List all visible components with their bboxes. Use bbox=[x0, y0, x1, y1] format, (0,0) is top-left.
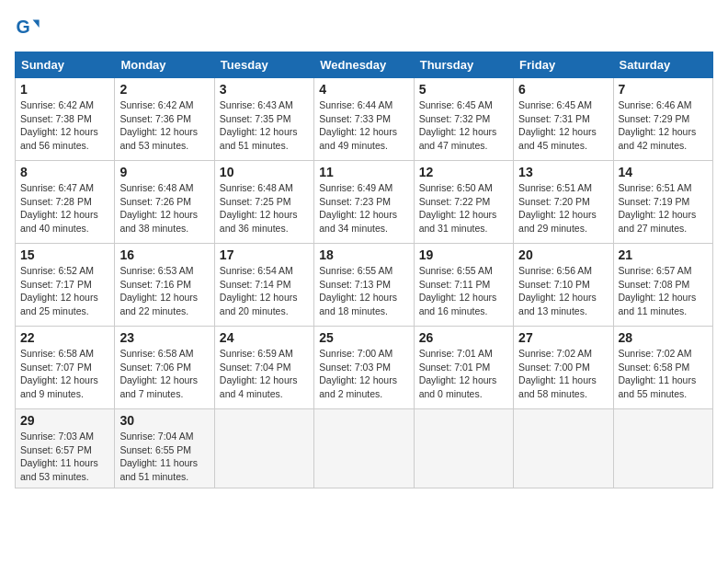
weekday-header-wednesday: Wednesday bbox=[314, 52, 414, 78]
day-info: Sunrise: 7:03 AM Sunset: 6:57 PM Dayligh… bbox=[20, 430, 109, 484]
calendar-cell: 3 Sunrise: 6:43 AM Sunset: 7:35 PM Dayli… bbox=[214, 78, 313, 161]
day-info: Sunrise: 7:00 AM Sunset: 7:03 PM Dayligh… bbox=[319, 347, 408, 401]
day-info: Sunrise: 6:55 AM Sunset: 7:11 PM Dayligh… bbox=[419, 264, 508, 318]
day-info: Sunrise: 7:04 AM Sunset: 6:55 PM Dayligh… bbox=[119, 430, 209, 484]
calendar-cell: 18 Sunrise: 6:55 AM Sunset: 7:13 PM Dayl… bbox=[314, 244, 414, 327]
week-row-2: 8 Sunrise: 6:47 AM Sunset: 7:28 PM Dayli… bbox=[16, 161, 713, 244]
day-number: 9 bbox=[119, 165, 209, 179]
calendar-cell: 9 Sunrise: 6:48 AM Sunset: 7:26 PM Dayli… bbox=[115, 161, 214, 244]
calendar-cell: 11 Sunrise: 6:49 AM Sunset: 7:23 PM Dayl… bbox=[314, 161, 414, 244]
day-number: 4 bbox=[319, 82, 408, 97]
day-number: 3 bbox=[220, 82, 309, 97]
day-number: 30 bbox=[119, 413, 209, 428]
day-number: 2 bbox=[119, 82, 209, 97]
day-number: 13 bbox=[518, 165, 608, 179]
day-number: 7 bbox=[619, 82, 708, 97]
day-info: Sunrise: 6:53 AM Sunset: 7:16 PM Dayligh… bbox=[119, 264, 209, 318]
calendar-cell: 24 Sunrise: 6:59 AM Sunset: 7:04 PM Dayl… bbox=[214, 327, 313, 409]
day-number: 16 bbox=[119, 247, 209, 262]
day-number: 18 bbox=[319, 247, 408, 262]
calendar-cell: 1 Sunrise: 6:42 AM Sunset: 7:38 PM Dayli… bbox=[16, 78, 115, 161]
calendar-cell bbox=[414, 409, 513, 488]
day-info: Sunrise: 6:51 AM Sunset: 7:20 PM Dayligh… bbox=[518, 181, 608, 236]
calendar-cell: 21 Sunrise: 6:57 AM Sunset: 7:08 PM Dayl… bbox=[613, 244, 712, 327]
week-row-5: 29 Sunrise: 7:03 AM Sunset: 6:57 PM Dayl… bbox=[16, 409, 713, 488]
calendar-cell bbox=[214, 409, 313, 488]
day-number: 12 bbox=[419, 165, 508, 179]
day-number: 26 bbox=[419, 330, 508, 345]
calendar-cell bbox=[613, 409, 712, 488]
calendar-cell: 6 Sunrise: 6:45 AM Sunset: 7:31 PM Dayli… bbox=[514, 78, 613, 161]
day-info: Sunrise: 6:49 AM Sunset: 7:23 PM Dayligh… bbox=[319, 181, 408, 236]
calendar-cell: 7 Sunrise: 6:46 AM Sunset: 7:29 PM Dayli… bbox=[613, 78, 712, 161]
day-info: Sunrise: 6:57 AM Sunset: 7:08 PM Dayligh… bbox=[619, 264, 708, 318]
day-number: 21 bbox=[619, 247, 708, 262]
day-info: Sunrise: 6:58 AM Sunset: 7:06 PM Dayligh… bbox=[119, 347, 209, 401]
calendar-cell: 15 Sunrise: 6:52 AM Sunset: 7:17 PM Dayl… bbox=[16, 244, 115, 327]
calendar-cell: 27 Sunrise: 7:02 AM Sunset: 7:00 PM Dayl… bbox=[514, 327, 613, 409]
day-number: 1 bbox=[20, 82, 109, 97]
weekday-header-monday: Monday bbox=[115, 52, 214, 78]
day-info: Sunrise: 6:50 AM Sunset: 7:22 PM Dayligh… bbox=[419, 181, 508, 236]
day-info: Sunrise: 6:43 AM Sunset: 7:35 PM Dayligh… bbox=[220, 98, 309, 153]
day-number: 22 bbox=[20, 330, 109, 345]
logo-icon: G bbox=[15, 15, 40, 40]
weekday-header-saturday: Saturday bbox=[613, 52, 712, 78]
calendar-cell: 4 Sunrise: 6:44 AM Sunset: 7:33 PM Dayli… bbox=[314, 78, 414, 161]
calendar-cell: 22 Sunrise: 6:58 AM Sunset: 7:07 PM Dayl… bbox=[16, 327, 115, 409]
day-info: Sunrise: 7:02 AM Sunset: 7:00 PM Dayligh… bbox=[518, 347, 608, 401]
day-number: 25 bbox=[319, 330, 408, 345]
day-info: Sunrise: 6:48 AM Sunset: 7:25 PM Dayligh… bbox=[220, 181, 309, 236]
day-info: Sunrise: 6:42 AM Sunset: 7:38 PM Dayligh… bbox=[20, 98, 109, 153]
calendar-cell: 10 Sunrise: 6:48 AM Sunset: 7:25 PM Dayl… bbox=[214, 161, 313, 244]
calendar-cell: 19 Sunrise: 6:55 AM Sunset: 7:11 PM Dayl… bbox=[414, 244, 513, 327]
week-row-4: 22 Sunrise: 6:58 AM Sunset: 7:07 PM Dayl… bbox=[16, 327, 713, 409]
calendar-cell: 25 Sunrise: 7:00 AM Sunset: 7:03 PM Dayl… bbox=[314, 327, 414, 409]
day-info: Sunrise: 6:51 AM Sunset: 7:19 PM Dayligh… bbox=[619, 181, 708, 236]
calendar-cell: 8 Sunrise: 6:47 AM Sunset: 7:28 PM Dayli… bbox=[16, 161, 115, 244]
day-number: 10 bbox=[220, 165, 309, 179]
calendar-cell: 17 Sunrise: 6:54 AM Sunset: 7:14 PM Dayl… bbox=[214, 244, 313, 327]
day-number: 29 bbox=[20, 413, 109, 428]
calendar-cell: 23 Sunrise: 6:58 AM Sunset: 7:06 PM Dayl… bbox=[115, 327, 214, 409]
day-number: 23 bbox=[119, 330, 209, 345]
calendar-cell: 16 Sunrise: 6:53 AM Sunset: 7:16 PM Dayl… bbox=[115, 244, 214, 327]
calendar-cell: 30 Sunrise: 7:04 AM Sunset: 6:55 PM Dayl… bbox=[115, 409, 214, 488]
day-number: 15 bbox=[20, 247, 109, 262]
day-number: 14 bbox=[619, 165, 708, 179]
weekday-header-friday: Friday bbox=[514, 52, 613, 78]
calendar-cell: 14 Sunrise: 6:51 AM Sunset: 7:19 PM Dayl… bbox=[613, 161, 712, 244]
day-number: 24 bbox=[220, 330, 309, 345]
weekday-header-thursday: Thursday bbox=[414, 52, 513, 78]
day-number: 17 bbox=[220, 247, 309, 262]
logo: G bbox=[15, 15, 44, 40]
calendar-cell: 2 Sunrise: 6:42 AM Sunset: 7:36 PM Dayli… bbox=[115, 78, 214, 161]
calendar-cell bbox=[314, 409, 414, 488]
day-info: Sunrise: 6:52 AM Sunset: 7:17 PM Dayligh… bbox=[20, 264, 109, 318]
day-info: Sunrise: 6:45 AM Sunset: 7:32 PM Dayligh… bbox=[419, 98, 508, 153]
day-info: Sunrise: 6:42 AM Sunset: 7:36 PM Dayligh… bbox=[119, 98, 209, 153]
day-info: Sunrise: 7:01 AM Sunset: 7:01 PM Dayligh… bbox=[419, 347, 508, 401]
day-number: 5 bbox=[419, 82, 508, 97]
day-info: Sunrise: 6:55 AM Sunset: 7:13 PM Dayligh… bbox=[319, 264, 408, 318]
day-info: Sunrise: 6:54 AM Sunset: 7:14 PM Dayligh… bbox=[220, 264, 309, 318]
day-number: 27 bbox=[518, 330, 608, 345]
day-info: Sunrise: 6:47 AM Sunset: 7:28 PM Dayligh… bbox=[20, 181, 109, 236]
calendar-cell: 20 Sunrise: 6:56 AM Sunset: 7:10 PM Dayl… bbox=[514, 244, 613, 327]
day-info: Sunrise: 6:45 AM Sunset: 7:31 PM Dayligh… bbox=[518, 98, 608, 153]
weekday-header-row: SundayMondayTuesdayWednesdayThursdayFrid… bbox=[16, 52, 713, 78]
day-number: 19 bbox=[419, 247, 508, 262]
calendar-cell: 5 Sunrise: 6:45 AM Sunset: 7:32 PM Dayli… bbox=[414, 78, 513, 161]
day-number: 8 bbox=[20, 165, 109, 179]
day-number: 6 bbox=[518, 82, 608, 97]
calendar-cell: 29 Sunrise: 7:03 AM Sunset: 6:57 PM Dayl… bbox=[16, 409, 115, 488]
calendar-cell: 13 Sunrise: 6:51 AM Sunset: 7:20 PM Dayl… bbox=[514, 161, 613, 244]
svg-text:G: G bbox=[16, 17, 29, 37]
calendar-cell bbox=[514, 409, 613, 488]
week-row-3: 15 Sunrise: 6:52 AM Sunset: 7:17 PM Dayl… bbox=[16, 244, 713, 327]
day-number: 11 bbox=[319, 165, 408, 179]
calendar-cell: 26 Sunrise: 7:01 AM Sunset: 7:01 PM Dayl… bbox=[414, 327, 513, 409]
weekday-header-tuesday: Tuesday bbox=[214, 52, 313, 78]
day-info: Sunrise: 6:48 AM Sunset: 7:26 PM Dayligh… bbox=[119, 181, 209, 236]
day-info: Sunrise: 7:02 AM Sunset: 6:58 PM Dayligh… bbox=[619, 347, 708, 401]
